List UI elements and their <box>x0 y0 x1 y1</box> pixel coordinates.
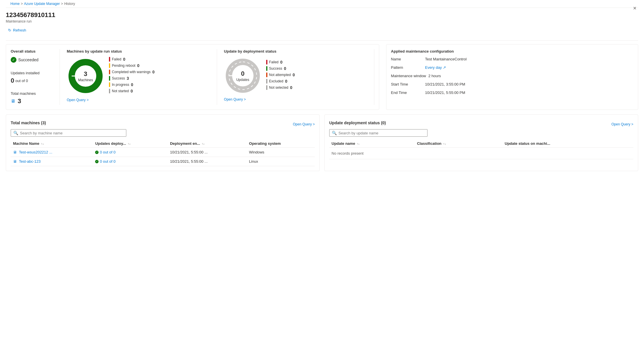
maintenance-name-prefix: Test <box>425 57 432 61</box>
updates-table-head: Update name ↑↓ Classification ↑↓ Update … <box>329 140 633 148</box>
toolbar: ↻ Refresh <box>6 25 638 37</box>
col-deployment-end: Deployment en... ↑↓ <box>168 140 247 148</box>
machines-open-query[interactable]: Open Query > <box>67 98 89 102</box>
refresh-icon: ↻ <box>8 28 11 32</box>
col-update-name-sort[interactable]: ↑↓ <box>357 142 360 145</box>
updates-badge-1: ✓ 0 out of 0 <box>95 150 165 154</box>
no-records-cell: No records present <box>329 148 633 159</box>
legend-item-not-started: Not started 0 <box>109 89 155 93</box>
bottom-section: Total machines (3) Open Query > 🔍 Machin… <box>6 114 638 171</box>
machines-search-input[interactable] <box>20 131 124 135</box>
dep-legend-label-success: Success <box>269 66 282 71</box>
machines-table: Machine Name ↑↓ Updates deploy... ↑↓ Dep… <box>11 140 315 166</box>
machines-chart-area: 3 Machines Failed 0 Pending <box>67 57 210 95</box>
success-dot-2: ✓ <box>95 160 99 163</box>
maintenance-start-row: Start Time 10/21/2021, 3:55:00 PM <box>391 82 633 86</box>
machines-chart-title: Machines by update run status <box>67 49 210 53</box>
updates-badge-2: ✓ 0 out of 0 <box>95 159 165 164</box>
machines-table-open-query[interactable]: Open Query > <box>293 122 315 126</box>
col-classification: Classification ↑↓ <box>415 140 502 148</box>
machine-link-1[interactable]: Test-wsus202212 ... <box>19 150 52 154</box>
machine-icon: 🖥 <box>11 99 15 104</box>
machines-table-card: Total machines (3) Open Query > 🔍 Machin… <box>6 114 320 171</box>
maintenance-name-value: Test MantainanceControl <box>425 57 467 61</box>
refresh-label: Refresh <box>13 28 26 32</box>
total-machines-label: Total machines <box>11 91 54 96</box>
machines-search-box[interactable]: 🔍 <box>11 129 126 137</box>
col-updates-deploy-sort[interactable]: ↑↓ <box>128 142 131 145</box>
dep-legend-bar-success <box>266 66 267 71</box>
updates-installed-label: Updates installed <box>11 71 54 75</box>
legend-value-warnings: 0 <box>152 70 155 74</box>
breadcrumb-sep2: > <box>61 2 63 6</box>
machine-icon-cell: 🖥 <box>13 150 17 154</box>
legend-label-pending: Pending reboot <box>112 64 135 68</box>
maintenance-pattern-text: Every day <box>425 65 442 70</box>
close-button[interactable]: × <box>630 3 639 13</box>
updates-table-header: Update deployment status (0) Open Query … <box>329 119 633 126</box>
breadcrumb-history: History <box>64 2 75 6</box>
updates-link-1[interactable]: 0 out of 0 <box>100 150 115 154</box>
machines-table-header: Total machines (3) Open Query > <box>11 119 315 126</box>
legend-value-success: 3 <box>127 76 129 81</box>
updates-search-input[interactable] <box>338 131 425 135</box>
legend-item-pending-reboot: Pending reboot 0 <box>109 63 155 68</box>
legend-value-pending: 0 <box>137 63 139 68</box>
maintenance-pattern-value[interactable]: Every day ↗ <box>425 65 446 70</box>
toolbar-separator <box>6 40 638 41</box>
col-machine-name-label: Machine Name <box>13 141 39 146</box>
maintenance-start-label: Start Time <box>391 82 423 86</box>
deployment-donut-number: 0 <box>236 70 249 77</box>
updates-search-icon: 🔍 <box>332 131 337 135</box>
col-classification-sort[interactable]: ↑↓ <box>443 142 446 145</box>
table-row: 🖥 Test-wsus202212 ... ✓ 0 out of 0 10/21… <box>11 148 315 157</box>
legend-bar-failed <box>109 57 110 62</box>
machines-legend: Failed 0 Pending reboot 0 Completed with… <box>109 57 155 95</box>
deployment-open-query[interactable]: Open Query > <box>224 97 246 101</box>
col-update-status: Update status on machi... <box>502 140 633 148</box>
machines-donut-number: 3 <box>78 70 93 78</box>
dep-legend-value-failed: 0 <box>280 60 282 64</box>
breadcrumb: Home > Azure Update Manager > History <box>6 0 638 8</box>
dep-legend-bar-excluded <box>266 79 267 84</box>
legend-bar-success <box>109 76 110 81</box>
maintenance-end-label: End Time <box>391 90 423 95</box>
col-classification-label: Classification <box>417 141 442 146</box>
col-deployment-end-sort[interactable]: ↑↓ <box>202 142 205 145</box>
dep-legend-item-failed: Failed 0 <box>266 60 295 64</box>
legend-item-success: Success 3 <box>109 76 155 81</box>
legend-bar-warnings <box>109 70 110 74</box>
overall-status-title: Overall status <box>11 49 54 53</box>
updates-link-2[interactable]: 0 out of 0 <box>100 159 115 164</box>
machine-link-2[interactable]: Test-abc-123 <box>19 159 40 164</box>
updates-table-open-query[interactable]: Open Query > <box>611 122 633 126</box>
breadcrumb-home[interactable]: Home <box>10 2 20 6</box>
refresh-button[interactable]: ↻ Refresh <box>6 27 29 34</box>
page-header: 12345678910111 Maintenance run <box>6 8 638 25</box>
maintenance-window-row: Maintenance window 2 hours <box>391 74 633 78</box>
status-card: Overall status ✓ Succeeded Updates insta… <box>6 44 379 110</box>
dep-legend-item-success: Success 0 <box>266 66 295 71</box>
succeeded-icon: ✓ <box>11 57 16 63</box>
dep-legend-label-not-attempted: Not attempted <box>269 73 291 77</box>
dep-legend-value-excluded: 0 <box>285 79 287 84</box>
breadcrumb-azure-update-manager[interactable]: Azure Update Manager <box>24 2 60 6</box>
col-updates-deploy: Updates deploy... ↑↓ <box>93 140 168 148</box>
maintenance-title: Applied maintenance configuration <box>391 49 633 53</box>
machine-name-cell-2: 🖥 Test-abc-123 <box>11 157 93 166</box>
dep-legend-bar-failed <box>266 60 267 64</box>
legend-bar-not-started <box>109 89 110 93</box>
deployment-chart-area: 0 Updates Failed 0 Success <box>224 57 367 95</box>
updates-cell-2: ✓ 0 out of 0 <box>93 157 168 166</box>
legend-bar-in-progress <box>109 82 110 87</box>
dep-legend-item-not-attempted: Not attempted 0 <box>266 73 295 77</box>
table-row: 🖥 Test-abc-123 ✓ 0 out of 0 10/21/2021, … <box>11 157 315 166</box>
legend-label-failed: Failed <box>112 57 121 61</box>
updates-search-box[interactable]: 🔍 <box>329 129 428 137</box>
dep-legend-label-not-selected: Not selected <box>269 86 288 90</box>
updates-installed-count: 0 out of 0 <box>11 77 54 84</box>
col-machine-name-sort[interactable]: ↑↓ <box>41 142 44 145</box>
maintenance-pattern-label: Pattern <box>391 65 423 70</box>
updates-cell-1: ✓ 0 out of 0 <box>93 148 168 157</box>
machines-table-title: Total machines (3) <box>11 121 46 125</box>
